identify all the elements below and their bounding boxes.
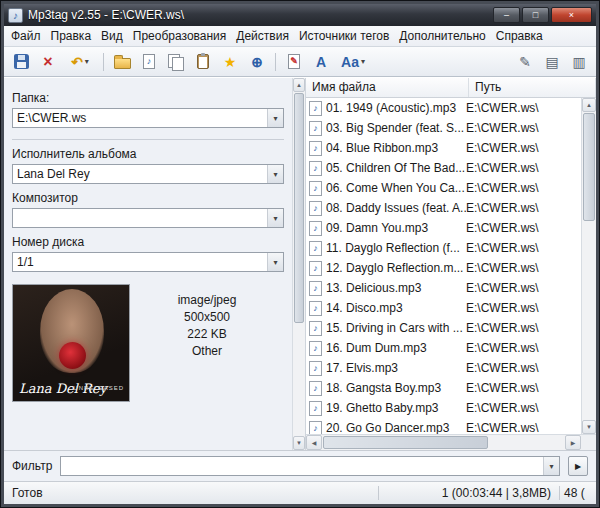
- close-button[interactable]: ×: [551, 7, 592, 23]
- paste-tag-button[interactable]: [190, 50, 216, 74]
- favorites-button[interactable]: ★: [217, 50, 243, 74]
- edit-tags-button[interactable]: ✎: [512, 50, 538, 74]
- scroll-track[interactable]: [582, 112, 596, 420]
- file-path-cell: E:\CWER.ws\: [466, 421, 581, 434]
- menu-item[interactable]: Источники тегов: [294, 27, 394, 46]
- audio-file-icon: ♪: [309, 141, 322, 156]
- folder-combobox[interactable]: E:\CWER.ws ▾: [12, 108, 284, 128]
- file-name-cell: 18. Gangsta Boy.mp3: [326, 381, 466, 395]
- table-row[interactable]: ♪ 13. Delicious.mp3 E:\CWER.ws\: [306, 278, 581, 298]
- audio-file-icon: ♪: [309, 121, 322, 136]
- save-tag-button[interactable]: [8, 50, 34, 74]
- scrollbar-corner: [581, 435, 596, 450]
- audio-file-icon: ♪: [309, 321, 322, 336]
- menu-item[interactable]: Вид: [96, 27, 128, 46]
- hscroll-track[interactable]: [322, 435, 565, 450]
- folder-value: E:\CWER.ws: [17, 111, 267, 125]
- right-arrow-icon: ▶: [571, 440, 576, 446]
- menu-item[interactable]: Преобразования: [128, 27, 232, 46]
- remove-tag-button[interactable]: ×: [35, 50, 61, 74]
- table-row[interactable]: ♪ 09. Damn You.mp3 E:\CWER.ws\: [306, 218, 581, 238]
- table-row[interactable]: ♪ 17. Elvis.mp3 E:\CWER.ws\: [306, 358, 581, 378]
- playlist-button[interactable]: ♪: [136, 50, 162, 74]
- undo-button[interactable]: ↶▾: [62, 50, 98, 74]
- column-header-path[interactable]: Путь: [469, 78, 596, 97]
- album-artist-combobox[interactable]: Lana Del Rey ▾: [12, 164, 284, 184]
- chevron-down-icon: ▾: [85, 57, 89, 66]
- file-path-cell: E:\CWER.ws\: [466, 341, 581, 355]
- main-area: Папка: E:\CWER.ws ▾ Исполнитель альбома …: [4, 77, 596, 450]
- list-body: ♪ 01. 1949 (Acoustic).mp3 E:\CWER.ws\ ♪ …: [306, 98, 596, 434]
- table-row[interactable]: ♪ 05. Children Of The Bad... E:\CWER.ws\: [306, 158, 581, 178]
- scroll-thumb[interactable]: [583, 113, 595, 221]
- file-name-cell: 13. Delicious.mp3: [326, 281, 466, 295]
- file-path-cell: E:\CWER.ws\: [466, 261, 581, 275]
- audio-file-icon: ♪: [309, 361, 322, 376]
- composer-combobox[interactable]: ▾: [12, 208, 284, 228]
- column-header-filename[interactable]: Имя файла: [306, 78, 469, 97]
- change-directory-button[interactable]: [109, 50, 135, 74]
- view-list-button[interactable]: ▤: [539, 50, 565, 74]
- table-row[interactable]: ♪ 19. Ghetto Baby.mp3 E:\CWER.ws\: [306, 398, 581, 418]
- maximize-button[interactable]: □: [522, 7, 549, 23]
- columns-icon: ▥: [572, 55, 585, 69]
- scroll-right-button[interactable]: ▶: [565, 435, 581, 450]
- table-row[interactable]: ♪ 01. 1949 (Acoustic).mp3 E:\CWER.ws\: [306, 98, 581, 118]
- table-row[interactable]: ♪ 16. Dum Dum.mp3 E:\CWER.ws\: [306, 338, 581, 358]
- menu-item[interactable]: Правка: [46, 27, 97, 46]
- table-row[interactable]: ♪ 11. Dayglo Reflection (f... E:\CWER.ws…: [306, 238, 581, 258]
- panel-scroll-down-button[interactable]: ▼: [293, 436, 305, 450]
- hscroll-thumb[interactable]: [323, 436, 488, 449]
- filter-bar: Фильтр ▾ ▶: [4, 450, 596, 481]
- menu-item[interactable]: Справка: [491, 27, 548, 46]
- status-selection-text: 1 (00:03:44 | 3,8MB): [379, 486, 559, 500]
- menu-item[interactable]: Действия: [231, 27, 294, 46]
- file-path-cell: E:\CWER.ws\: [466, 201, 581, 215]
- album-cover[interactable]: Lana Del Rey UNRELEASED: [12, 284, 130, 402]
- scroll-left-button[interactable]: ◀: [306, 435, 322, 450]
- convert-button[interactable]: A: [308, 50, 334, 74]
- apply-filter-button[interactable]: ▶: [568, 456, 588, 476]
- list-rows: ♪ 01. 1949 (Acoustic).mp3 E:\CWER.ws\ ♪ …: [306, 98, 581, 434]
- minimize-button[interactable]: –: [493, 7, 520, 23]
- chevron-down-icon[interactable]: ▾: [267, 209, 283, 227]
- menu-bar: Файл Правка Вид Преобразования Действия …: [4, 26, 596, 47]
- file-path-cell: E:\CWER.ws\: [466, 401, 581, 415]
- horizontal-scrollbar[interactable]: ◀ ▶: [306, 434, 596, 450]
- cover-info-line: 222 KB: [130, 326, 284, 343]
- scroll-up-button[interactable]: ▲: [582, 98, 596, 112]
- panel-scroll-up-button[interactable]: ▲: [293, 78, 305, 92]
- menu-item[interactable]: Файл: [6, 27, 46, 46]
- chevron-down-icon[interactable]: ▾: [267, 165, 283, 183]
- case-convert-button[interactable]: Aa▾: [335, 50, 371, 74]
- chevron-down-icon[interactable]: ▾: [267, 253, 283, 271]
- down-arrow-icon: ▼: [296, 440, 302, 446]
- columns-button[interactable]: ▥: [566, 50, 592, 74]
- table-row[interactable]: ♪ 18. Gangsta Boy.mp3 E:\CWER.ws\: [306, 378, 581, 398]
- table-row[interactable]: ♪ 04. Blue Ribbon.mp3 E:\CWER.ws\: [306, 138, 581, 158]
- table-row[interactable]: ♪ 14. Disco.mp3 E:\CWER.ws\: [306, 298, 581, 318]
- table-row[interactable]: ♪ 20. Go Go Dancer.mp3 E:\CWER.ws\: [306, 418, 581, 434]
- table-row[interactable]: ♪ 08. Daddy Issues (feat. A... E:\CWER.w…: [306, 198, 581, 218]
- panel-scroll-thumb[interactable]: [294, 93, 304, 323]
- table-row[interactable]: ♪ 12. Dayglo Reflection.m... E:\CWER.ws\: [306, 258, 581, 278]
- panel-scrollbar[interactable]: ▲ ▼: [292, 78, 305, 450]
- table-row[interactable]: ♪ 03. Big Spender (feat. S... E:\CWER.ws…: [306, 118, 581, 138]
- vertical-scrollbar[interactable]: ▲ ▼: [581, 98, 596, 434]
- case-convert-icon: Aa: [341, 55, 359, 69]
- chevron-down-icon[interactable]: ▾: [267, 109, 283, 127]
- tag-editor-button[interactable]: ✎: [281, 50, 307, 74]
- title-bar[interactable]: ♪ Mp3tag v2.55 - E:\CWER.ws\ – □ ×: [4, 4, 596, 26]
- scroll-down-button[interactable]: ▼: [582, 420, 596, 434]
- table-row[interactable]: ♪ 06. Come When You Ca... E:\CWER.ws\: [306, 178, 581, 198]
- table-row[interactable]: ♪ 15. Driving in Cars with ... E:\CWER.w…: [306, 318, 581, 338]
- filter-input[interactable]: ▾: [60, 456, 560, 476]
- copy-tag-button[interactable]: [163, 50, 189, 74]
- chevron-down-icon[interactable]: ▾: [543, 457, 559, 475]
- audio-file-icon: ♪: [309, 101, 322, 116]
- web-sources-button[interactable]: ⊕: [244, 50, 270, 74]
- menu-item[interactable]: Дополнительно: [394, 27, 490, 46]
- window-title: Mp3tag v2.55 - E:\CWER.ws\: [28, 8, 488, 22]
- panel-scroll-track[interactable]: [293, 92, 305, 436]
- disc-number-combobox[interactable]: 1/1 ▾: [12, 252, 284, 272]
